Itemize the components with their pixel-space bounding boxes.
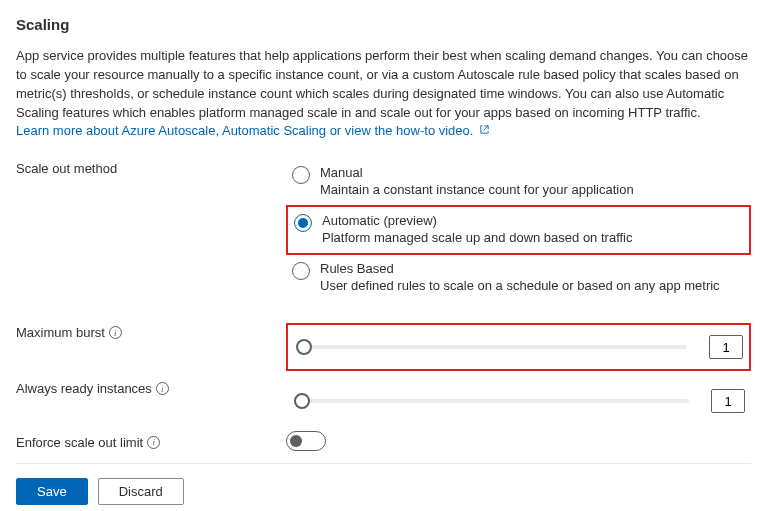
external-link-icon [479,124,490,135]
info-icon[interactable]: i [156,382,169,395]
maximum-burst-row: Maximum burst i [16,323,751,371]
page-title: Scaling [16,16,751,33]
always-ready-slider[interactable] [292,391,699,411]
radio-desc: Maintain a constant instance count for y… [320,182,743,197]
scale-out-method-row: Scale out method Manual Maintain a const… [16,159,751,301]
learn-more-link[interactable]: Learn more about Azure Autoscale, Automa… [16,123,490,138]
save-button[interactable]: Save [16,478,88,505]
radio-desc: User defined rules to scale on a schedul… [320,278,743,293]
enforce-limit-label: Enforce scale out limit i [16,433,286,450]
maximum-burst-slider[interactable] [294,337,697,357]
description-text: App service provides multiple features t… [16,48,748,120]
always-ready-slider-row [286,379,751,423]
radio-circle-icon [294,214,312,232]
info-icon[interactable]: i [109,326,122,339]
radio-circle-icon [292,166,310,184]
discard-button[interactable]: Discard [98,478,184,505]
radio-circle-icon [292,262,310,280]
maximum-burst-slider-row [286,323,751,371]
enforce-limit-row: Enforce scale out limit i [16,431,751,451]
radio-option-rules[interactable]: Rules Based User defined rules to scale … [286,255,751,301]
slider-thumb-icon[interactable] [296,339,312,355]
scaling-description: App service provides multiple features t… [16,47,751,141]
radio-option-manual[interactable]: Manual Maintain a constant instance coun… [286,159,751,205]
maximum-burst-label: Maximum burst i [16,323,286,340]
radio-desc: Platform managed scale up and down based… [322,230,741,245]
divider [16,463,751,464]
radio-title: Rules Based [320,261,743,276]
radio-title: Automatic (preview) [322,213,741,228]
scale-out-radio-group: Manual Maintain a constant instance coun… [286,159,751,301]
scale-out-method-label: Scale out method [16,159,286,176]
radio-title: Manual [320,165,743,180]
radio-option-automatic[interactable]: Automatic (preview) Platform managed sca… [286,205,751,255]
always-ready-input[interactable] [711,389,745,413]
always-ready-row: Always ready instances i [16,379,751,423]
maximum-burst-input[interactable] [709,335,743,359]
toggle-knob-icon [290,435,302,447]
action-buttons: Save Discard [16,478,751,511]
slider-thumb-icon[interactable] [294,393,310,409]
info-icon[interactable]: i [147,436,160,449]
enforce-limit-toggle[interactable] [286,431,326,451]
always-ready-label: Always ready instances i [16,379,286,396]
